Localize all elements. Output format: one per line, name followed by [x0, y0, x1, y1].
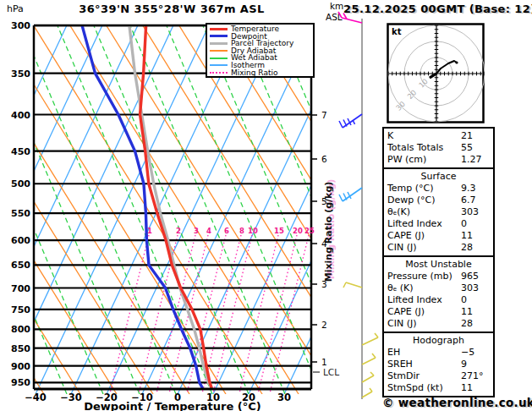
- table-row-value: −5: [461, 347, 490, 359]
- sounding-curves: [82, 25, 211, 387]
- svg-text:550: 550: [11, 208, 30, 219]
- table-row: θₑ (K)303: [387, 282, 490, 294]
- sounding-app: 36°39'N 355°28'W 367m ASL 25.12.2025 00G…: [0, 0, 532, 411]
- legend-line-sample: [210, 42, 228, 45]
- svg-text:6: 6: [321, 154, 327, 164]
- table-row-value: 21: [461, 130, 490, 142]
- svg-text:900: 900: [11, 361, 30, 372]
- table-row-label: SREH: [387, 359, 461, 370]
- svg-text:7: 7: [321, 110, 327, 120]
- svg-text:950: 950: [11, 377, 30, 388]
- table-row-value: 9.3: [461, 183, 490, 195]
- temperature-curve: [140, 25, 211, 387]
- table-row-label: Lifted Index: [387, 218, 461, 230]
- legend-line-sample: [210, 64, 228, 66]
- wind-barb-925: [362, 372, 374, 382]
- svg-text:4: 4: [206, 227, 211, 235]
- wind-barb-3km: [343, 282, 362, 288]
- svg-text:25: 25: [304, 227, 315, 235]
- svg-text:700: 700: [11, 283, 30, 294]
- table-row-value: 11: [461, 382, 490, 394]
- svg-text:15: 15: [274, 227, 284, 235]
- legend-line-sample: [210, 72, 228, 74]
- table-row-label: Dewp (°C): [387, 195, 461, 206]
- table-row-value: 0: [461, 218, 490, 230]
- svg-text:km: km: [330, 1, 343, 11]
- table-row: Lifted Index0: [387, 294, 490, 306]
- table-row-label: Pressure (mb): [387, 271, 461, 282]
- table-row-label: CIN (J): [387, 242, 461, 254]
- table-row-value: 28: [461, 318, 490, 330]
- skewt-chart: hPakmASL30035040045050055060065070075080…: [0, 0, 381, 411]
- table-section: HodographEH−5SREH9StmDir271°StmSpd (kt)1…: [382, 332, 495, 397]
- table-section: SurfaceTemp (°C)9.3Dewp (°C)6.7θₑ(K)303L…: [382, 167, 495, 257]
- table-row: Temp (°C)9.3: [387, 183, 490, 195]
- table-row-label: θₑ (K): [387, 282, 461, 294]
- table-row-label: StmDir: [387, 370, 461, 382]
- svg-text:850: 850: [11, 343, 30, 354]
- table-row-label: K: [387, 130, 461, 142]
- wind-barb-950: [362, 388, 372, 397]
- legend-item: Mixing Ratio: [210, 69, 313, 77]
- table-row-label: Lifted Index: [387, 294, 461, 306]
- legend-line-sample: [210, 50, 228, 52]
- table-row-value: 1.27: [461, 154, 490, 166]
- table-row: EH−5: [387, 347, 490, 359]
- svg-text:Dewpoint / Temperature (°C): Dewpoint / Temperature (°C): [84, 400, 261, 411]
- table-row: PW (cm)1.27: [387, 154, 490, 166]
- table-row-value: 303: [461, 206, 490, 218]
- table-row: StmSpd (kt)11: [387, 382, 490, 394]
- table-row: Dewp (°C)6.7: [387, 195, 490, 206]
- table-row-label: CIN (J): [387, 318, 461, 330]
- lcl-label: LCL: [323, 367, 339, 377]
- legend-label: Mixing Ratio: [231, 69, 277, 77]
- indices-table: K21Totals Totals55PW (cm)1.27SurfaceTemp…: [382, 127, 495, 397]
- table-section-title: Hodograph: [387, 335, 490, 347]
- station-title: 36°39'N 355°28'W 367m ASL: [32, 3, 311, 15]
- svg-text:650: 650: [11, 260, 30, 271]
- svg-text:10: 10: [248, 227, 258, 235]
- wind-barb-850: [362, 333, 378, 345]
- table-row-value: 28: [461, 242, 490, 254]
- svg-text:600: 600: [11, 235, 30, 246]
- svg-text:300: 300: [11, 20, 30, 31]
- svg-text:−40: −40: [25, 392, 47, 403]
- mixing-ratio-axis-label: Mixing Ratio (g/kg)Mixing Ratio (g/kg): [323, 179, 337, 282]
- table-section-title: Most Unstable: [387, 259, 490, 271]
- table-row-value: 303: [461, 282, 490, 294]
- table-row: CIN (J)28: [387, 318, 490, 330]
- table-row-value: 0: [461, 294, 490, 306]
- table-row: θₑ(K)303: [387, 206, 490, 218]
- svg-text:2: 2: [176, 227, 181, 235]
- hodograph-unit-label: kt: [392, 27, 402, 36]
- table-row-label: CAPE (J): [387, 230, 461, 242]
- table-row: StmDir271°: [387, 370, 490, 382]
- svg-text:400: 400: [11, 110, 30, 121]
- table-row-value: 55: [461, 142, 490, 154]
- table-row-label: Totals Totals: [387, 142, 461, 154]
- table-row-value: 11: [461, 306, 490, 318]
- table-section: Most UnstablePressure (mb)965θₑ (K)303Li…: [382, 255, 495, 333]
- credit-text: © weatheronline.co.uk: [382, 396, 532, 409]
- wind-barb-5km: [339, 188, 362, 201]
- chart-legend: TemperatureDewpointParcel TrajectoryDry …: [206, 23, 315, 78]
- legend-line-sample: [210, 35, 228, 37]
- table-row-label: Temp (°C): [387, 183, 461, 195]
- svg-text:1: 1: [321, 357, 327, 367]
- table-row-value: 9: [461, 359, 490, 370]
- svg-text:500: 500: [11, 178, 30, 189]
- datetime-title: 25.12.2025 00GMT (Base: 12): [343, 3, 532, 15]
- svg-text:hPa: hPa: [7, 3, 24, 14]
- svg-text:20: 20: [293, 227, 303, 235]
- table-row-value: 11: [461, 230, 490, 242]
- svg-text:450: 450: [11, 146, 30, 157]
- svg-text:8: 8: [239, 227, 244, 235]
- svg-text:6: 6: [224, 227, 229, 235]
- table-row-label: θₑ(K): [387, 206, 461, 218]
- table-row-value: 271°: [461, 370, 490, 382]
- table-row-label: StmSpd (kt): [387, 382, 461, 394]
- legend-line-sample: [210, 58, 228, 59]
- svg-text:750: 750: [11, 304, 30, 315]
- table-row: Totals Totals55: [387, 142, 490, 154]
- svg-text:30: 30: [277, 392, 291, 403]
